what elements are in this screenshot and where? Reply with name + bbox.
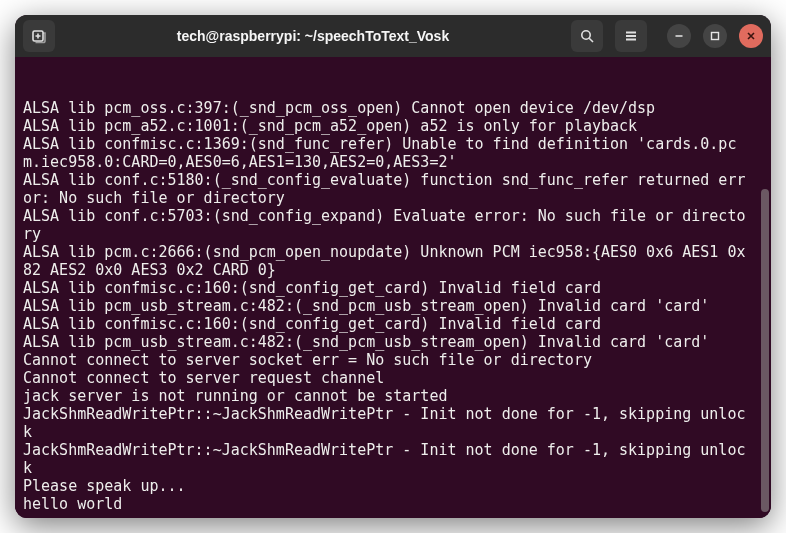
terminal-window: tech@raspberrypi: ~/speechToText_Vosk [15,15,771,518]
minimize-button[interactable] [667,24,691,48]
window-title: tech@raspberrypi: ~/speechToText_Vosk [61,28,565,44]
menu-button[interactable] [615,20,647,52]
terminal-body[interactable]: ALSA lib pcm_oss.c:397:(_snd_pcm_oss_ope… [15,57,771,518]
scrollbar[interactable] [761,63,769,512]
titlebar-left [23,20,55,52]
titlebar-right [571,20,763,52]
maximize-button[interactable] [703,24,727,48]
window-controls [667,24,763,48]
search-icon [579,28,595,44]
scrollbar-thumb[interactable] [761,189,769,512]
new-tab-button[interactable] [23,20,55,52]
search-button[interactable] [571,20,603,52]
hamburger-icon [623,28,639,44]
close-icon [746,31,756,41]
svg-point-1 [582,31,590,39]
maximize-icon [710,31,720,41]
close-button[interactable] [739,24,763,48]
minimize-icon [674,31,684,41]
new-tab-icon [31,28,47,44]
titlebar: tech@raspberrypi: ~/speechToText_Vosk [15,15,771,57]
terminal-output: ALSA lib pcm_oss.c:397:(_snd_pcm_oss_ope… [23,99,765,513]
svg-rect-2 [712,33,719,40]
